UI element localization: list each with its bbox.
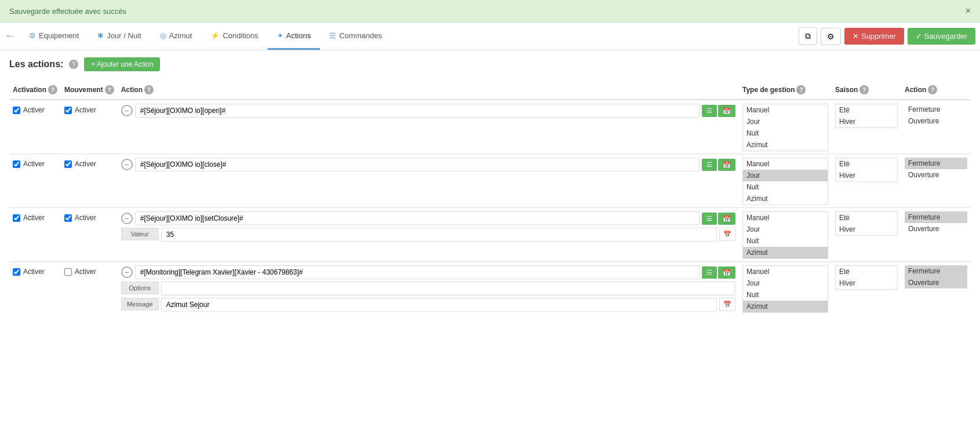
back-button[interactable]: ←	[5, 30, 15, 42]
action-type-list-item[interactable]: Ouverture	[905, 115, 967, 127]
action-calendar-button[interactable]: 📅	[718, 213, 735, 225]
nav-tab-conditions[interactable]: ⚡Conditions	[201, 23, 267, 50]
mouvement-checkbox-label[interactable]: Activer	[64, 160, 114, 168]
action-buttons: ☰ 📅	[702, 105, 735, 117]
activation-checkbox-label[interactable]: Activer	[13, 268, 57, 276]
activation-help-icon[interactable]: ?	[48, 85, 57, 94]
sub-input[interactable]	[161, 228, 717, 242]
sub-input[interactable]	[161, 298, 717, 312]
action-type-list-item[interactable]: Ouverture	[905, 169, 967, 181]
action-type-list-item[interactable]: Fermeture	[905, 158, 967, 169]
page-content: Les actions: ? + Ajouter une Action Acti…	[0, 50, 980, 424]
action-text-input[interactable]	[135, 104, 700, 118]
nav-tab-commandes[interactable]: ☰Commandes	[320, 23, 391, 50]
action-list-button[interactable]: ☰	[702, 266, 717, 279]
type-list-item[interactable]: Manuel	[743, 104, 828, 116]
saison-list-item[interactable]: Hiver	[836, 224, 897, 235]
nav-tab-jour-nuit[interactable]: ✱Jour / Nuit	[88, 23, 150, 50]
type-list-item[interactable]: Jour	[743, 277, 828, 289]
action-calendar-button[interactable]: 📅	[718, 105, 735, 117]
action-list-button[interactable]: ☰	[702, 159, 717, 171]
activation-checkbox-label[interactable]: Activer	[13, 160, 57, 168]
action-text-input[interactable]	[135, 211, 700, 225]
close-icon[interactable]: ×	[966, 6, 971, 16]
type-list: ManuelJourNuitAzimut	[742, 265, 828, 313]
copy-button[interactable]: ⧉	[799, 27, 817, 45]
mouvement-help-icon[interactable]: ?	[105, 85, 114, 94]
saison-help-icon[interactable]: ?	[859, 85, 869, 94]
type-list-item[interactable]: Azimut	[743, 193, 828, 204]
type-list-item[interactable]: Manuel	[743, 158, 828, 170]
remove-action-button[interactable]: −	[121, 213, 133, 224]
mouvement-checkbox-label[interactable]: Activer	[64, 268, 114, 276]
mouvement-checkbox-label[interactable]: Activer	[64, 106, 114, 114]
saison-list-item[interactable]: Eté	[836, 212, 897, 224]
mouvement-checkbox[interactable]	[64, 268, 72, 276]
nav-tab-equipement[interactable]: ⚙Equipement	[20, 23, 88, 50]
action-calendar-button[interactable]: 📅	[718, 266, 735, 279]
mouvement-checkbox[interactable]	[64, 214, 72, 222]
action-text-input[interactable]	[135, 158, 700, 171]
action-type-list-item[interactable]: Ouverture	[905, 223, 967, 235]
save-button[interactable]: ✓ Sauvegarder	[908, 28, 975, 45]
nav-tabs: ⚙Equipement✱Jour / Nuit◎Azimut⚡Condition…	[20, 23, 799, 50]
saison-list-item[interactable]: Eté	[836, 158, 897, 170]
activation-checkbox-label[interactable]: Activer	[13, 106, 57, 114]
azimut-icon: ◎	[160, 31, 166, 40]
type-list-item[interactable]: Azimut	[743, 139, 828, 151]
type-help-icon[interactable]: ?	[796, 85, 806, 94]
type-list-item[interactable]: Jour	[743, 170, 828, 181]
delete-button[interactable]: ✕ Supprimer	[844, 28, 904, 45]
activation-checkbox[interactable]	[13, 107, 20, 114]
type-list-item[interactable]: Manuel	[743, 266, 828, 277]
type-list-item[interactable]: Jour	[743, 116, 828, 127]
activation-checkbox[interactable]	[13, 214, 20, 222]
saison-list: EtéHiver	[835, 211, 898, 236]
action-list-button[interactable]: ☰	[702, 105, 717, 117]
sub-calendar-button[interactable]: 📅	[719, 228, 735, 241]
action-calendar-button[interactable]: 📅	[718, 159, 735, 171]
type-list-item[interactable]: Nuit	[743, 181, 828, 193]
type-list-item[interactable]: Jour	[743, 224, 828, 235]
saison-list-item[interactable]: Hiver	[836, 116, 897, 127]
action-type-list: FermetureOuverture	[905, 158, 967, 181]
activation-checkbox-label[interactable]: Activer	[13, 214, 57, 222]
type-list-item[interactable]: Manuel	[743, 212, 828, 224]
mouvement-checkbox-label[interactable]: Activer	[64, 214, 114, 222]
saison-list-item[interactable]: Hiver	[836, 170, 897, 181]
activation-checkbox[interactable]	[13, 160, 20, 168]
remove-action-button[interactable]: −	[121, 266, 133, 278]
table-row: Activer Activer − ☰ 📅 ManuelJourNuitAzim…	[9, 100, 971, 154]
settings-button[interactable]: ⚙	[821, 28, 841, 45]
action-col-help-icon[interactable]: ?	[928, 85, 937, 94]
remove-action-button[interactable]: −	[121, 105, 133, 116]
nav-tab-actions[interactable]: ✦Actions	[268, 23, 320, 50]
type-list-item[interactable]: Nuit	[743, 289, 828, 301]
mouvement-checkbox[interactable]	[64, 160, 72, 168]
help-icon[interactable]: ?	[69, 60, 78, 69]
type-list-item[interactable]: Azimut	[743, 247, 828, 258]
action-help-icon[interactable]: ?	[144, 85, 154, 94]
add-action-button[interactable]: + Ajouter une Action	[84, 57, 160, 71]
type-list-item[interactable]: Nuit	[743, 127, 828, 139]
saison-list-item[interactable]: Hiver	[836, 277, 897, 289]
col-header-mouvement: Mouvement ?	[61, 81, 118, 100]
type-list-item[interactable]: Azimut	[743, 301, 828, 312]
sub-input[interactable]	[161, 282, 735, 295]
nav-tab-azimut[interactable]: ◎Azimut	[151, 23, 202, 50]
sub-calendar-button[interactable]: 📅	[719, 298, 735, 311]
remove-action-button[interactable]: −	[121, 159, 133, 170]
action-type-list-item[interactable]: Fermeture	[905, 104, 967, 115]
saison-list-item[interactable]: Eté	[836, 104, 897, 116]
table-row: Activer Activer − ☰ 📅 Valeur 📅 ManuelJou…	[9, 208, 971, 262]
saison-list-item[interactable]: Eté	[836, 266, 897, 277]
actions-icon: ✦	[277, 31, 283, 40]
action-type-list-item[interactable]: Fermeture	[905, 211, 967, 223]
activation-checkbox[interactable]	[13, 268, 20, 276]
action-text-input[interactable]	[135, 265, 700, 279]
action-list-button[interactable]: ☰	[702, 213, 717, 225]
mouvement-checkbox[interactable]	[64, 107, 72, 114]
type-list-item[interactable]: Nuit	[743, 235, 828, 247]
action-type-list-item[interactable]: Ouverture	[905, 277, 967, 288]
action-type-list-item[interactable]: Fermeture	[905, 265, 967, 277]
